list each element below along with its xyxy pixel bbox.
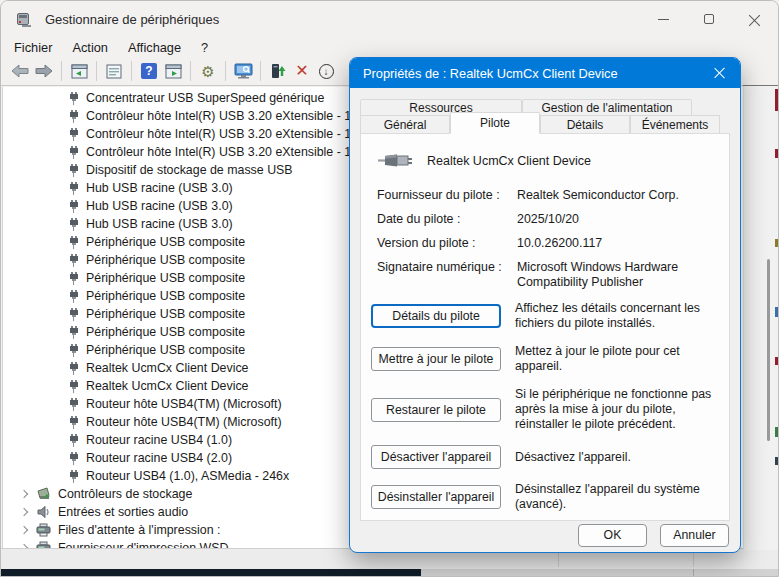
tree-item-label: Contrôleurs de stockage [58, 487, 192, 501]
tree-item-label: Routeur hôte USB4(TM) (Microsoft) [86, 397, 282, 411]
tree-item-label: Realtek UcmCx Client Device [86, 361, 249, 375]
storage-controller-icon [36, 487, 51, 501]
properties-icon [106, 64, 122, 79]
field-value: 10.0.26200.117 [517, 236, 719, 251]
tree-item-label: Périphérique USB composite [86, 253, 245, 267]
menu-help[interactable]: ? [191, 38, 218, 57]
tree-item-label: Périphérique USB composite [86, 343, 245, 357]
minimize-button[interactable] [640, 1, 686, 37]
usb-icon [67, 326, 80, 339]
usb-icon [67, 182, 80, 195]
rollback-driver-button[interactable]: Restaurer le pilote [371, 398, 501, 422]
edge-sliver [775, 457, 778, 465]
usb-icon [67, 344, 80, 357]
uninstall-icon: ✕ [295, 63, 308, 79]
field-value: 2025/10/20 [517, 212, 719, 227]
ok-button[interactable]: OK [578, 524, 647, 547]
back-icon [11, 64, 29, 78]
driver-fields: Fournisseur du pilote : Realtek Semicond… [377, 188, 719, 289]
scan-hardware-button[interactable]: ⚙ [196, 59, 220, 83]
tab-details[interactable]: Détails [540, 115, 630, 134]
usb-icon [67, 128, 80, 141]
device-name: Realtek UcmCx Client Device [427, 154, 591, 168]
close-button[interactable] [732, 1, 778, 37]
back-button[interactable] [8, 59, 32, 83]
tree-item-label: Contrôleur hôte Intel(R) USB 3.20 eXtens… [86, 145, 368, 159]
uninstall-device-button[interactable]: Désinstaller l'appareil [371, 485, 501, 509]
update-driver-button[interactable] [266, 59, 290, 83]
tree-item-label: Files d'attente à l'impression : [58, 523, 220, 537]
forward-button[interactable] [32, 59, 56, 83]
driver-tab-page: Realtek UcmCx Client Device Fournisseur … [360, 133, 730, 521]
tab-evenements[interactable]: Événements [630, 115, 720, 134]
edge-sliver [775, 307, 778, 317]
action-row: Désinstaller l'appareil Désinstallez l'a… [371, 482, 719, 512]
field-label: Version du pilote : [377, 236, 517, 251]
uninstall-device-button[interactable]: ✕ [290, 59, 314, 83]
tree-item-label: Périphérique USB composite [86, 271, 245, 285]
dialog-titlebar: Propriétés de : Realtek UcmCx Client Dev… [350, 58, 740, 88]
chevron-right-icon[interactable] [19, 526, 28, 535]
computer-search-button[interactable] [231, 59, 255, 83]
field-label: Signataire numérique : [377, 260, 517, 290]
action-pane-button[interactable] [161, 59, 185, 83]
field-row: Signataire numérique : Microsoft Windows… [377, 260, 719, 290]
disable-device-button[interactable]: ↓ [314, 59, 338, 83]
usb-icon [67, 254, 80, 267]
tab-general[interactable]: Général [360, 115, 450, 134]
usb-icon [67, 164, 80, 177]
window-title: Gestionnaire de périphériques [45, 12, 219, 27]
chevron-right-icon[interactable] [19, 490, 28, 499]
tree-item-label: Entrées et sorties audio [58, 505, 188, 519]
chevron-right-icon[interactable] [19, 508, 28, 517]
vertical-scrollbar[interactable] [743, 86, 778, 550]
scrollbar-thumb[interactable] [767, 259, 770, 441]
update-driver-icon [270, 63, 286, 79]
console-tree-icon [71, 64, 88, 79]
field-row: Date du pilote : 2025/10/20 [377, 212, 719, 227]
driver-details-button[interactable]: Détails du pilote [371, 304, 501, 328]
minimize-icon [658, 19, 669, 20]
field-label: Fournisseur du pilote : [377, 188, 517, 203]
menu-fichier[interactable]: Fichier [4, 38, 62, 57]
tree-item-label: Périphérique USB composite [86, 289, 245, 303]
action-description: Affichez les détails concernant les fich… [515, 301, 719, 331]
disable-icon: ↓ [319, 64, 334, 79]
action-description: Désactivez l'appareil. [515, 450, 719, 465]
dialog-close-button[interactable] [700, 58, 740, 88]
maximize-button[interactable] [686, 1, 732, 37]
cancel-button[interactable]: Annuler [660, 524, 729, 547]
tree-item-label: Périphérique USB composite [86, 235, 245, 249]
tree-item-label: Realtek UcmCx Client Device [86, 379, 249, 393]
usb-icon [67, 218, 80, 231]
usb-device-icon [377, 150, 413, 172]
bottom-strip [1, 569, 778, 576]
menu-affichage[interactable]: Affichage [118, 38, 191, 57]
tree-item-label: Périphérique USB composite [86, 307, 245, 321]
tree-item-label: Hub USB racine (USB 3.0) [86, 199, 233, 213]
edge-sliver [775, 89, 778, 111]
action-pane-icon [165, 64, 182, 79]
usb-icon [67, 452, 80, 465]
show-console-tree-button[interactable] [67, 59, 91, 83]
tab-pilote[interactable]: Pilote [450, 112, 540, 134]
usb-icon [67, 290, 80, 303]
action-row: Restaurer le pilote Si le périphérique n… [371, 387, 719, 432]
forward-icon [35, 64, 53, 78]
properties-dialog: Propriétés de : Realtek UcmCx Client Dev… [349, 57, 741, 553]
help-button[interactable]: ? [137, 59, 161, 83]
taskbar-fragment [1, 569, 421, 576]
disable-device-button[interactable]: Désactiver l'appareil [371, 445, 501, 469]
tab-gestion-alimentation[interactable]: Gestion de l'alimentation [522, 99, 692, 116]
help-icon: ? [141, 63, 157, 79]
edge-sliver [775, 357, 778, 365]
properties-button[interactable] [102, 59, 126, 83]
usb-icon [67, 110, 80, 123]
update-driver-button[interactable]: Mettre à jour le pilote [371, 347, 501, 371]
usb-icon [67, 362, 80, 375]
usb-icon [67, 236, 80, 249]
tree-item-label: Dispositif de stockage de masse USB [86, 163, 293, 177]
field-value: Microsoft Windows Hardware Compatibility… [517, 260, 719, 290]
usb-icon [67, 308, 80, 321]
menu-action[interactable]: Action [62, 38, 118, 57]
